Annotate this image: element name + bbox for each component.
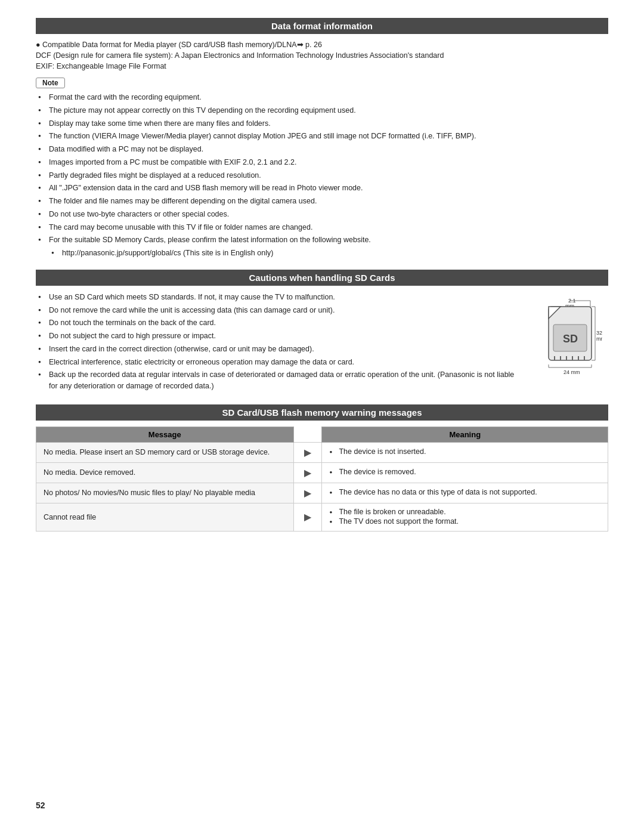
list-item: The folder and file names may be differe… bbox=[36, 196, 608, 207]
message-cell: No photos/ No movies/No music files to p… bbox=[36, 483, 294, 503]
meaning-cell: The device is removed. bbox=[322, 462, 608, 483]
list-item: Do not use two-byte characters or other … bbox=[36, 209, 608, 220]
list-item: All ".JPG" extension data in the card an… bbox=[36, 183, 608, 194]
warning-table: Message Meaning No media. Please insert … bbox=[36, 427, 608, 532]
list-item: Do not remove the card while the unit is… bbox=[36, 305, 525, 316]
list-item: Display may take some time when there ar… bbox=[36, 118, 608, 129]
meaning-item: The device is not inserted. bbox=[329, 447, 600, 456]
list-item: Use an SD Card which meets SD standards.… bbox=[36, 292, 525, 303]
table-row: No media. Device removed. ▶ The device i… bbox=[36, 462, 608, 483]
list-item: Do not touch the terminals on the back o… bbox=[36, 317, 525, 329]
svg-text:24 mm: 24 mm bbox=[564, 369, 580, 375]
table-row: Cannot read file ▶ The file is broken or… bbox=[36, 503, 608, 531]
meaning-item: The device has no data or this type of d… bbox=[329, 488, 600, 496]
list-item: For the suitable SD Memory Cards, please… bbox=[36, 234, 608, 246]
list-item: Insert the card in the correct direction… bbox=[36, 344, 525, 355]
message-cell: No media. Device removed. bbox=[36, 462, 294, 483]
arrow-icon: ▶ bbox=[293, 483, 322, 503]
col-message: Message bbox=[36, 427, 294, 442]
message-cell: No media. Please insert an SD memory car… bbox=[36, 442, 294, 462]
list-item-url: http://panasonic.jp/support/global/cs (T… bbox=[36, 248, 608, 259]
meaning-item: The device is removed. bbox=[329, 468, 600, 476]
meaning-item: The TV does not support the format. bbox=[329, 517, 600, 526]
section1-header: Data format information bbox=[36, 18, 608, 34]
section-cautions: Cautions when handling SD Cards Use an S… bbox=[36, 270, 608, 394]
arrow-icon: ▶ bbox=[293, 442, 322, 462]
message-cell: Cannot read file bbox=[36, 503, 294, 531]
arrow-icon: ▶ bbox=[293, 503, 322, 531]
list-item: The card may become unusable with this T… bbox=[36, 222, 608, 233]
section2-bullet-list: Use an SD Card which meets SD standards.… bbox=[36, 292, 525, 392]
list-item: Back up the recorded data at regular int… bbox=[36, 369, 525, 392]
sd-card-svg: 2.1 mm SD 32 bbox=[531, 298, 602, 378]
section2-header: Cautions when handling SD Cards bbox=[36, 270, 608, 286]
list-item: Electrical interference, static electric… bbox=[36, 357, 525, 368]
cautions-text: Use an SD Card which meets SD standards.… bbox=[36, 292, 525, 394]
list-item: Images imported from a PC must be compat… bbox=[36, 157, 608, 168]
intro-line-1: ● Compatible Data format for Media playe… bbox=[36, 40, 608, 49]
list-item: Format the card with the recording equip… bbox=[36, 92, 608, 103]
meaning-cell: The device has no data or this type of d… bbox=[322, 483, 608, 503]
table-row: No media. Please insert an SD memory car… bbox=[36, 442, 608, 462]
section-warning-messages: SD Card/USB flash memory warning message… bbox=[36, 404, 608, 532]
list-item: Partly degraded files might be displayed… bbox=[36, 170, 608, 181]
page-number: 52 bbox=[36, 801, 45, 810]
meaning-cell: The device is not inserted. bbox=[322, 442, 608, 462]
list-item: The function (VIERA Image Viewer/Media p… bbox=[36, 131, 608, 142]
list-item: The picture may not appear correctly on … bbox=[36, 105, 608, 116]
meaning-item: The file is broken or unreadable. bbox=[329, 508, 600, 516]
intro-line-3: EXIF: Exchangeable Image File Format bbox=[36, 62, 608, 70]
note-label: Note bbox=[36, 78, 65, 88]
svg-text:mm: mm bbox=[596, 336, 602, 342]
svg-text:SD: SD bbox=[563, 333, 578, 345]
intro-line-2: DCF (Design rule for camera file system)… bbox=[36, 51, 608, 60]
section3-header: SD Card/USB flash memory warning message… bbox=[36, 404, 608, 421]
section1-bullet-list: Format the card with the recording equip… bbox=[36, 92, 608, 259]
section-data-format: Data format information ● Compatible Dat… bbox=[36, 18, 608, 259]
list-item: Do not subject the card to high pressure… bbox=[36, 330, 525, 342]
arrow-icon: ▶ bbox=[293, 462, 322, 483]
col-meaning: Meaning bbox=[322, 427, 608, 442]
table-row: No photos/ No movies/No music files to p… bbox=[36, 483, 608, 503]
sd-card-diagram: 2.1 mm SD 32 bbox=[525, 292, 608, 394]
meaning-cell: The file is broken or unreadable. The TV… bbox=[322, 503, 608, 531]
list-item: Data modified with a PC may not be displ… bbox=[36, 144, 608, 155]
svg-text:32: 32 bbox=[596, 330, 602, 336]
